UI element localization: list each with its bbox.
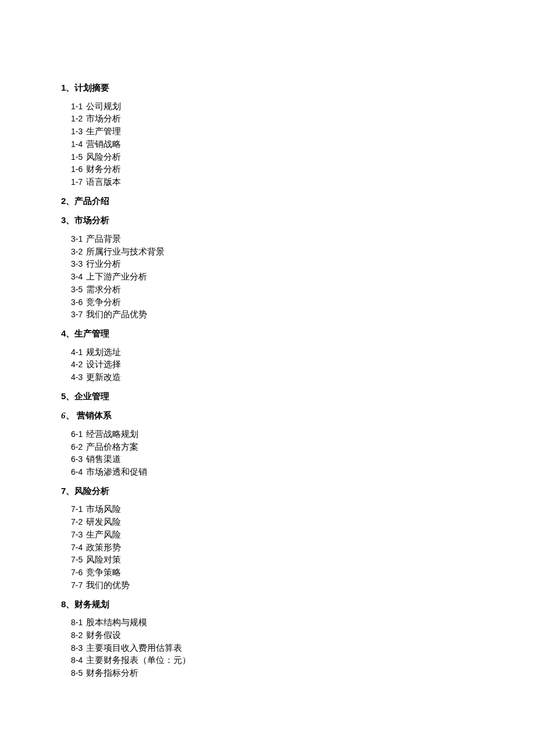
section-title-text: 市场分析 [74, 215, 109, 225]
section-title: 7、风险分析 [61, 485, 474, 498]
subsection-item: 6-4 市场渗透和促销 [71, 465, 474, 478]
subsection-item: 6-1 经营战略规划 [71, 428, 474, 440]
section-separator: 、 [66, 486, 74, 496]
subsection-number: 7-7 [71, 581, 83, 590]
subsection-number: 4-3 [71, 372, 83, 382]
section-title: 1、计划摘要 [61, 81, 474, 95]
subsection-number: 3-3 [71, 259, 83, 268]
subsection-number: 8-1 [71, 618, 83, 627]
subsection-text: 股本结构与规模 [86, 617, 147, 627]
subsection-item: 4-1 规划选址 [71, 346, 474, 359]
outline-section: 3、市场分析3-1 产品背景3-2 所属行业与技术背景3-3 行业分析3-4 上… [61, 214, 474, 321]
subsection-number: 6-3 [71, 454, 83, 464]
subsection-text: 主要财务报表（单位：元） [86, 655, 191, 665]
subsection-text: 市场风险 [86, 504, 121, 514]
subsection-text: 竞争分析 [86, 297, 121, 307]
outline-section: 8、财务规划8-1 股本结构与规模8-2 财务假设8-3 主要项目收入费用估算表… [61, 598, 474, 679]
subsection-text: 市场分析 [86, 113, 121, 123]
subsection-item: 4-3 更新改造 [71, 371, 474, 384]
subsection-item: 8-1 股本结构与规模 [71, 616, 474, 629]
subsection-item: 7-6 竞争策略 [71, 566, 474, 579]
section-title-text: 财务规划 [74, 599, 109, 609]
subsection-item: 1-1 公司规划 [71, 100, 474, 113]
section-title-text: 产品介绍 [74, 196, 109, 206]
subsection-number: 1-6 [71, 164, 83, 174]
subsection-item: 1-7 语言版本 [71, 175, 474, 188]
subsection-number: 7-4 [71, 543, 83, 552]
subsection-item: 3-1 产品背景 [71, 232, 474, 245]
subsection-number: 1-4 [71, 139, 83, 149]
subsection-number: 8-4 [71, 655, 83, 665]
subsection-item: 7-1 市场风险 [71, 503, 474, 515]
subsection-text: 需求分析 [86, 284, 121, 294]
subsection-item: 7-7 我们的优势 [71, 579, 474, 592]
subsection-item: 6-2 产品价格方案 [71, 440, 474, 453]
subsection-text: 行业分析 [86, 259, 121, 268]
subsection-number: 4-1 [71, 347, 83, 357]
subsection-item: 3-2 所属行业与技术背景 [71, 245, 474, 258]
subsection-text: 语言版本 [86, 177, 121, 187]
subsection-item: 3-5 需求分析 [71, 283, 474, 296]
subsection-item: 1-3 生产管理 [71, 125, 474, 138]
subsection-number: 6-2 [71, 442, 83, 452]
subsection-text: 主要项目收入费用估算表 [86, 643, 182, 653]
subsection-number: 1-5 [71, 152, 83, 162]
subsection-text: 我们的优势 [86, 580, 130, 590]
subsection-text: 风险分析 [86, 152, 121, 162]
section-separator: 、 [66, 83, 74, 92]
subsection-number: 1-3 [71, 127, 83, 136]
section-separator: 、 [66, 328, 74, 338]
section-title: 2、产品介绍 [61, 195, 474, 208]
subsection-text: 风险对策 [86, 554, 121, 564]
subsection-text: 更新改造 [86, 372, 121, 382]
subsection-item: 7-5 风险对策 [71, 553, 474, 566]
section-separator: 、 [66, 410, 77, 420]
outline-section: 2、产品介绍 [61, 195, 474, 208]
subsection-item: 3-4 上下游产业分析 [71, 270, 474, 283]
section-title-text: 营销体系 [77, 410, 112, 420]
subsection-item: 7-2 研发风险 [71, 515, 474, 528]
outline-section: 1、计划摘要1-1 公司规划1-2 市场分析1-3 生产管理1-4 营销战略1-… [61, 81, 474, 188]
subsection-number: 1-2 [71, 114, 83, 123]
subsection-item: 8-4 主要财务报表（单位：元） [71, 654, 474, 667]
section-title-text: 风险分析 [74, 486, 109, 496]
subsection-number: 6-1 [71, 429, 83, 439]
outline-section: 5、企业管理 [61, 390, 474, 403]
section-separator: 、 [66, 196, 74, 206]
subsection-text: 所属行业与技术背景 [86, 246, 165, 256]
subsection-list: 8-1 股本结构与规模8-2 财务假设8-3 主要项目收入费用估算表8-4 主要… [61, 616, 474, 679]
subsection-number: 7-3 [71, 530, 83, 539]
subsection-number: 7-2 [71, 517, 83, 526]
subsection-text: 营销战略 [86, 139, 121, 149]
subsection-item: 7-4 政策形势 [71, 541, 474, 554]
subsection-number: 8-5 [71, 668, 83, 678]
section-separator: 、 [66, 215, 74, 225]
subsection-item: 1-5 风险分析 [71, 151, 474, 163]
outline-section: 4、生产管理4-1 规划选址4-2 设计选择4-3 更新改造 [61, 327, 474, 384]
section-title-text: 计划摘要 [74, 83, 109, 92]
subsection-item: 1-6 财务分析 [71, 163, 474, 175]
section-title: 6、 营销体系 [61, 409, 474, 422]
subsection-item: 8-2 财务假设 [71, 629, 474, 642]
subsection-text: 财务指标分析 [86, 668, 138, 678]
section-title-text: 生产管理 [74, 328, 109, 338]
subsection-number: 3-1 [71, 234, 83, 243]
subsection-number: 3-7 [71, 310, 83, 319]
subsection-text: 规划选址 [86, 347, 121, 357]
section-title: 5、企业管理 [61, 390, 474, 403]
subsection-list: 3-1 产品背景3-2 所属行业与技术背景3-3 行业分析3-4 上下游产业分析… [61, 232, 474, 321]
subsection-item: 7-3 生产风险 [71, 528, 474, 541]
subsection-number: 7-1 [71, 504, 83, 514]
section-separator: 、 [66, 391, 74, 401]
outline-section: 7、风险分析7-1 市场风险7-2 研发风险7-3 生产风险7-4 政策形势7-… [61, 485, 474, 592]
subsection-text: 公司规划 [86, 101, 121, 111]
subsection-item: 6-3 销售渠道 [71, 453, 474, 465]
subsection-number: 3-6 [71, 298, 83, 307]
subsection-text: 财务假设 [86, 630, 121, 640]
subsection-item: 3-3 行业分析 [71, 257, 474, 270]
subsection-text: 生产风险 [86, 529, 121, 539]
subsection-number: 3-5 [71, 285, 83, 294]
subsection-number: 3-2 [71, 247, 83, 256]
section-title: 3、市场分析 [61, 214, 474, 227]
subsection-number: 7-5 [71, 555, 83, 564]
